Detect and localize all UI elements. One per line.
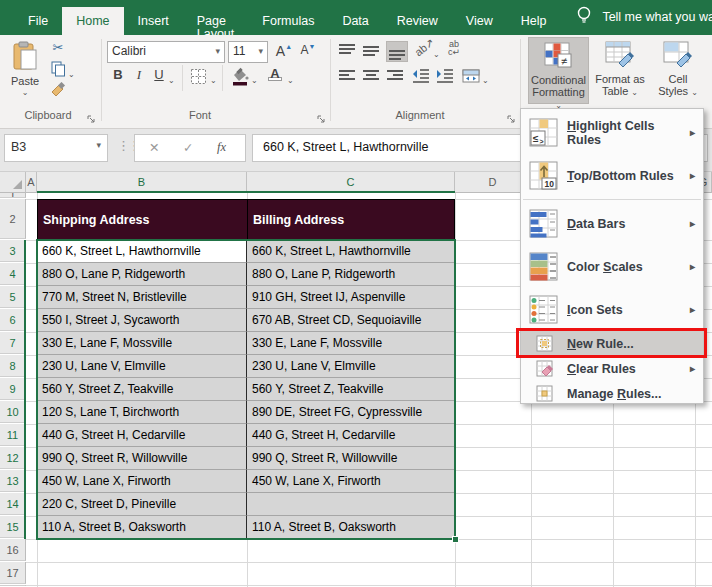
cancel-icon[interactable]: ✕ <box>149 140 159 155</box>
increase-indent-button[interactable] <box>436 68 454 87</box>
top-align-button[interactable] <box>338 43 356 62</box>
tab-formulas[interactable]: Formulas <box>248 7 328 35</box>
menu-item-data-bars[interactable]: Data Bars▸ <box>521 202 703 245</box>
tab-view[interactable]: View <box>452 7 507 35</box>
cell[interactable]: 330 E, Lane F, Mossville <box>37 332 247 355</box>
fill-color-button[interactable] <box>230 67 250 89</box>
format-as-table-button[interactable]: Format as Table ⌄ <box>591 37 649 103</box>
cut-button[interactable]: ✂ <box>48 40 68 55</box>
decrease-indent-button[interactable] <box>412 68 430 87</box>
cell[interactable]: 230 U, Lane V, Elmville <box>247 355 455 378</box>
cell[interactable]: 110 A, Street B, Oaksworth <box>247 516 455 539</box>
menu-item-color-scales[interactable]: Color Scales▸ <box>521 245 703 288</box>
cell[interactable]: 990 Q, Street R, Willowville <box>247 447 455 470</box>
borders-button[interactable] <box>190 68 207 88</box>
active-cell[interactable]: 660 K, Street L, Hawthornville <box>37 240 247 263</box>
row-header-10[interactable]: 10 <box>0 401 26 423</box>
column-header-C[interactable]: C <box>247 172 455 193</box>
cell[interactable]: 880 O, Lane P, Ridgeworth <box>247 263 455 286</box>
row-header-18[interactable]: 18 <box>0 585 26 586</box>
row-header-15[interactable]: 15 <box>0 516 26 538</box>
font-size-dropdown-arrow[interactable]: ▾ <box>258 46 263 56</box>
tab-file[interactable]: File <box>14 7 62 35</box>
cell[interactable]: 450 W, Lane X, Firworth <box>247 470 455 493</box>
enter-icon[interactable]: ✓ <box>183 140 193 155</box>
underline-dropdown-arrow[interactable]: ⌄ <box>168 71 175 86</box>
menu-item-manage-rules[interactable]: Manage Rules... <box>521 381 703 406</box>
cell[interactable]: 440 G, Street H, Cedarville <box>247 424 455 447</box>
copy-dropdown-arrow[interactable]: ⌄ <box>68 65 75 80</box>
alignment-dialog-launcher[interactable] <box>506 110 516 120</box>
row-header-11[interactable]: 11 <box>0 424 26 446</box>
row-header-16[interactable]: 16 <box>0 539 26 561</box>
cell[interactable]: 110 A, Street B, Oaksworth <box>37 516 247 539</box>
cell[interactable]: 880 O, Lane P, Ridgeworth <box>37 263 247 286</box>
cell[interactable]: 440 G, Street H, Cedarville <box>37 424 247 447</box>
cell[interactable]: 910 GH, Street IJ, Aspenville <box>247 286 455 309</box>
underline-button[interactable]: U <box>152 67 166 82</box>
name-box-dropdown-arrow[interactable]: ▾ <box>96 140 101 150</box>
font-color-dropdown-arrow[interactable]: ⌄ <box>287 71 294 86</box>
italic-button[interactable]: I <box>132 67 146 83</box>
cell[interactable]: 550 I, Street J, Sycaworth <box>37 309 247 332</box>
cell[interactable]: 560 Y, Street Z, Teakville <box>37 378 247 401</box>
menu-item-icon-sets[interactable]: Icon Sets▸ <box>521 288 703 331</box>
bold-button[interactable]: B <box>110 67 126 82</box>
column-header-B[interactable]: B <box>37 172 247 193</box>
name-box[interactable]: B3 ▾ <box>4 134 108 162</box>
menu-item-highlight-cells-rules[interactable]: ≤>Highlight Cells Rules▸ <box>521 111 703 154</box>
bottom-align-button[interactable] <box>386 41 408 62</box>
cell[interactable]: 230 U, Lane V, Elmville <box>37 355 247 378</box>
paste-dropdown-arrow[interactable]: ⌄ <box>6 87 44 99</box>
tab-home[interactable]: Home <box>62 7 123 35</box>
align-right-button[interactable] <box>386 68 404 87</box>
row-header-5[interactable]: 5 <box>0 286 26 308</box>
font-dialog-launcher[interactable] <box>316 110 326 120</box>
select-all-corner[interactable] <box>0 172 26 193</box>
wrap-text-button[interactable]: abc↵ <box>448 40 460 56</box>
cell[interactable]: 770 M, Street N, Bristleville <box>37 286 247 309</box>
increase-font-size-button[interactable]: A▲ <box>274 43 294 59</box>
format-as-table-dropdown-arrow[interactable]: ⌄ <box>631 88 638 97</box>
cell[interactable]: 330 E, Lane F, Mossville <box>247 332 455 355</box>
middle-align-button[interactable] <box>362 43 380 62</box>
cell[interactable]: 450 W, Lane X, Firworth <box>37 470 247 493</box>
cell[interactable]: 560 Y, Street Z, Teakville <box>247 378 455 401</box>
cell-styles-dropdown-arrow[interactable]: ⌄ <box>691 88 698 97</box>
cell[interactable]: 670 AB, Street CD, Sequoiaville <box>247 309 455 332</box>
row-header-14[interactable]: 14 <box>0 493 26 515</box>
tell-me-box[interactable]: Tell me what you wa <box>576 5 712 35</box>
row-header-1[interactable]: 1 <box>0 193 26 198</box>
tab-insert[interactable]: Insert <box>124 7 183 35</box>
menu-item-clear-rules[interactable]: Clear Rules▸ <box>521 356 703 381</box>
format-painter-button[interactable] <box>48 82 68 101</box>
menu-item-top-bottom-rules[interactable]: 10Top/Bottom Rules▸ <box>521 154 703 197</box>
cell[interactable]: 220 C, Street D, Pineville <box>37 493 247 516</box>
row-header-12[interactable]: 12 <box>0 447 26 469</box>
font-color-button[interactable]: A <box>268 66 282 81</box>
font-name-dropdown-arrow[interactable]: ▾ <box>215 46 220 56</box>
decrease-font-size-button[interactable]: A▼ <box>298 43 318 57</box>
cell-styles-button[interactable]: Cell Styles ⌄ <box>650 37 706 103</box>
row-header-9[interactable]: 9 <box>0 378 26 400</box>
tab-data[interactable]: Data <box>328 7 382 35</box>
column-header-A[interactable]: A <box>26 172 37 193</box>
tab-review[interactable]: Review <box>383 7 452 35</box>
align-center-button[interactable] <box>362 68 380 87</box>
clipboard-dialog-launcher[interactable] <box>86 110 96 120</box>
cell[interactable]: 660 K, Street L, Hawthornville <box>247 240 455 263</box>
cell[interactable]: 890 DE, Street FG, Cypressville <box>247 401 455 424</box>
font-size-combo[interactable]: 11▾ <box>228 41 268 63</box>
row-header-3[interactable]: 3 <box>0 240 26 262</box>
merge-center-dropdown-arrow[interactable]: ⌄ <box>482 71 489 86</box>
row-header-4[interactable]: 4 <box>0 263 26 285</box>
cell[interactable] <box>247 493 455 516</box>
fill-color-dropdown-arrow[interactable]: ⌄ <box>251 71 258 86</box>
insert-function-icon[interactable]: fx <box>217 140 226 155</box>
row-header-13[interactable]: 13 <box>0 470 26 492</box>
borders-dropdown-arrow[interactable]: ⌄ <box>210 71 217 86</box>
table-header-cell[interactable]: Billing Address <box>247 199 455 240</box>
fill-handle[interactable] <box>452 536 459 543</box>
align-left-button[interactable] <box>338 68 356 87</box>
font-name-combo[interactable]: Calibri▾ <box>107 41 225 63</box>
